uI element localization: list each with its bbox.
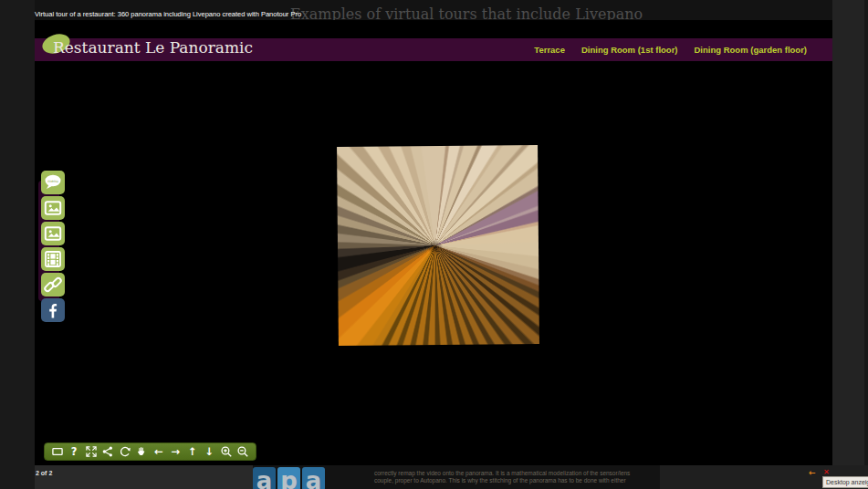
- toolbar-button-autorotate[interactable]: [118, 444, 132, 459]
- tour-title: Restaurant Le Panoramic: [53, 38, 253, 61]
- page-scrollbar-track[interactable]: [864, 0, 868, 465]
- arrow-up-icon: ↑: [186, 445, 199, 458]
- pan-hand-icon: [135, 445, 148, 458]
- panorama-image[interactable]: [337, 145, 539, 346]
- photo-icon: [41, 222, 65, 245]
- sidebar-button-video[interactable]: [41, 247, 65, 271]
- toolbar-button-help[interactable]: ?: [67, 444, 81, 459]
- desktop-tooltip: Desktop anzeig: [822, 476, 868, 488]
- toolbar-button-zoom-in[interactable]: [219, 444, 234, 459]
- page-right-margin: [832, 0, 864, 465]
- close-icon[interactable]: ✕: [823, 468, 830, 476]
- zoom-in-icon: [220, 445, 233, 458]
- arrow-right-icon: →: [169, 445, 182, 458]
- sidebar-button-menu[interactable]: menu: [41, 171, 65, 194]
- speech-bubble-icon: menu: [41, 171, 65, 194]
- sidebar-button-facebook[interactable]: [41, 298, 65, 322]
- arrow-left-icon: ←: [152, 445, 165, 458]
- photo-icon: [41, 196, 65, 220]
- toolbar-button-down[interactable]: ↓: [202, 444, 216, 459]
- sidebar-button-photos-2[interactable]: [41, 222, 65, 245]
- sidebar-button-photos-1[interactable]: [41, 196, 65, 220]
- fullscreen-icon: [85, 445, 98, 458]
- paragraph-line-2: couple, proper to Autopano. This is why …: [374, 477, 675, 484]
- logo-letter: a: [253, 467, 276, 489]
- page-left-margin: [0, 0, 35, 489]
- sidebar: menu: [41, 171, 65, 322]
- tour-menu: Terrace Dining Room (1st floor) Dining R…: [534, 38, 807, 61]
- arrow-down-icon: ↓: [203, 445, 215, 458]
- toolbar-button-pan[interactable]: [134, 444, 149, 459]
- nav-dining-room-garden-floor[interactable]: Dining Room (garden floor): [695, 45, 808, 55]
- nav-terrace[interactable]: Terrace: [534, 45, 565, 55]
- thumbnails-icon: [51, 445, 64, 458]
- panorama-viewer: Restaurant Le Panoramic Terrace Dining R…: [35, 20, 832, 465]
- viewer-toolbar: ? ←: [44, 442, 256, 461]
- logo-letter: p: [277, 467, 300, 489]
- link-icon: [41, 273, 65, 297]
- lightbox-counter-bar: 2 of 2: [35, 465, 253, 489]
- sidebar-button-link[interactable]: [41, 273, 65, 297]
- help-icon: ?: [68, 445, 80, 458]
- share-icon: [101, 445, 114, 458]
- zoom-out-icon: [236, 445, 249, 458]
- toolbar-button-share[interactable]: [100, 444, 115, 459]
- lightbox-caption: Virtual tour of a restaurant: 360 panora…: [35, 10, 301, 18]
- apa-logo: a p a: [253, 467, 325, 489]
- logo-letter: a: [302, 467, 325, 489]
- paragraph-line-1: correctly remap the video onto the panor…: [374, 470, 675, 477]
- film-icon: [41, 247, 65, 271]
- toolbar-button-zoom-out[interactable]: [235, 444, 250, 459]
- screen: Examples of virtual tours that include L…: [0, 0, 868, 489]
- autorotate-icon: [119, 445, 131, 458]
- image-counter: 2 of 2: [36, 470, 52, 476]
- toolbar-button-right[interactable]: →: [168, 444, 183, 459]
- toolbar-button-left[interactable]: ←: [152, 444, 166, 459]
- nav-dining-room-1st-floor[interactable]: Dining Room (1st floor): [581, 45, 678, 55]
- facebook-icon: [41, 298, 65, 322]
- svg-text:menu: menu: [47, 179, 58, 183]
- orange-arrow-icon[interactable]: ←: [809, 468, 816, 477]
- toolbar-button-thumbnails[interactable]: [50, 444, 65, 459]
- page-paragraph: correctly remap the video onto the panor…: [374, 470, 675, 484]
- toolbar-button-up[interactable]: ↑: [185, 444, 200, 459]
- toolbar-button-fullscreen[interactable]: [84, 444, 99, 459]
